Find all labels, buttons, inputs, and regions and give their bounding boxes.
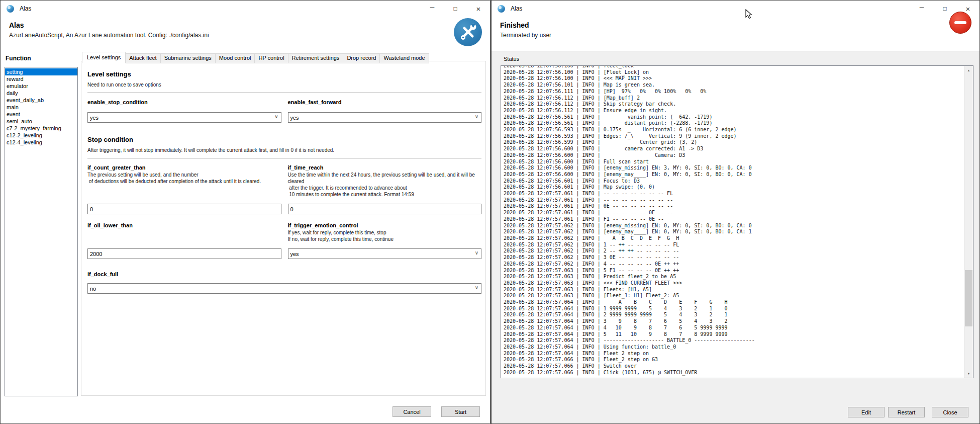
chevron-down-icon: ∨ [274,114,278,119]
titlebar[interactable]: Alas ─ □ × [1,1,490,17]
select-value: yes [290,115,299,121]
sidebar-item-c12-4_leveling[interactable]: c12-4_leveling [5,139,77,146]
alas-app-icon [7,5,14,13]
tab-wasteland-mode[interactable]: Wasteland mode [380,53,429,63]
sidebar-item-event[interactable]: event [5,111,77,118]
minimize-icon: ─ [430,4,435,11]
tab-retirement-settings[interactable]: Retirement settings [288,53,344,63]
scrollbar-thumb[interactable] [965,270,972,326]
close-icon: × [966,5,970,13]
log-line: 2020-05-28 12:07:57.064 | INFO | A B C D… [504,299,973,306]
enable-fast-forward-select[interactable]: yes ∨ [288,112,482,123]
log-line: 2020-05-28 12:07:57.063 | INFO | Fleets:… [504,287,973,293]
sidebar-item-setting[interactable]: setting [5,68,77,75]
chevron-down-icon: ∨ [475,250,478,256]
log-line: 2020-05-28 12:07:56.599 | INFO | Center … [504,139,973,146]
section-desc-level-settings: Need to run once to save options [87,82,481,88]
log-line: 2020-05-28 12:07:56.561 | INFO | vanish_… [504,114,973,121]
field-help: 10 minutes to complete the current attac… [288,191,482,198]
log-line: 2020-05-28 12:07:57.064 | INFO | 1 9999 … [504,306,973,312]
log-line: 2020-05-28 12:07:56.100 | INFO | <<< MAP… [504,75,973,82]
select-value: yes [90,115,99,121]
function-list-label: Function [6,55,31,62]
minimize-button[interactable]: ─ [910,1,933,17]
field-label-if-oil-lower-than: if_oil_lower_than [87,222,281,228]
log-line: 2020-05-28 12:07:57.061 | INFO | -- -- -… [504,210,973,216]
if-count-greater-than-input[interactable] [87,204,281,214]
log-line: 2020-05-28 12:07:57.063 | INFO | [Fleet_… [504,293,973,299]
close-icon: × [476,5,481,13]
if-time-reach-input[interactable] [288,204,482,214]
log-line: 2020-05-28 12:07:56.600 | INFO | [enemy_… [504,165,973,172]
field-help: If yes, wait for reply, complete this ti… [288,229,482,236]
log-output[interactable]: 2020-05-28 12:07:56.100 | INFO | fleet_l… [501,65,973,378]
minimize-button[interactable]: ─ [421,1,444,17]
field-help: If no, wait for reply, complete this tim… [288,236,482,242]
close-log-button[interactable]: Close [932,407,968,417]
log-line: 2020-05-28 12:07:57.064 | INFO | Fleet 2… [504,351,973,357]
tab-level-settings[interactable]: Level settings [82,52,126,63]
maximize-icon: □ [453,5,457,12]
maximize-button[interactable]: □ [444,1,467,17]
sidebar-item-reward[interactable]: reward [5,75,77,82]
log-line: 2020-05-28 12:07:57.064 | INFO | -------… [504,337,973,344]
scroll-up-icon[interactable]: ▲ [964,66,973,74]
if-dock-full-select[interactable]: no ∨ [87,283,481,294]
log-line: 2020-05-28 12:07:57.062 | INFO | [enemy_… [504,223,973,229]
section-heading-level-settings: Level settings [87,70,481,78]
log-line: 2020-05-28 12:07:56.100 | INFO | [Fleet_… [504,69,973,76]
titlebar[interactable]: Alas ─ □ × [492,1,979,17]
log-line: 2020-05-28 12:07:57.064 | INFO | Using f… [504,344,973,351]
tab-attack-fleet[interactable]: Attack fleet [126,53,160,63]
field-help: Use the time within the next 24 hours, t… [288,172,482,185]
log-scrollbar[interactable]: ▲ ▼ [964,66,973,378]
window-title: Alas [511,5,522,12]
tab-submarine-settings[interactable]: Submarine settings [161,53,216,63]
settings-tabstrip: Level settingsAttack fleetSubmarine sett… [82,52,429,63]
page-subtitle: AzurLaneAutoScript, An Azur Lane automat… [9,32,209,39]
sidebar-item-c12-2_leveling[interactable]: c12-2_leveling [5,132,77,139]
cancel-button[interactable]: Cancel [393,406,431,417]
log-line: 2020-05-28 12:07:57.063 | INFO | Predict… [504,274,973,280]
log-line: 2020-05-28 12:07:57.061 | INFO | 0E -- -… [504,203,973,210]
if-trigger-emotion-control-select[interactable]: yes ∨ [288,248,482,259]
close-button[interactable]: × [467,1,490,17]
tab-hp-control[interactable]: HP control [255,53,288,63]
log-line: 2020-05-28 12:07:56.601 | INFO | Map swi… [504,184,973,191]
log-line: 2020-05-28 12:07:56.112 | INFO | Skip st… [504,101,973,108]
log-line: 2020-05-28 12:07:57.064 | INFO | 2 9999 … [504,312,973,318]
mouse-cursor [745,9,752,22]
enable-stop-condition-select[interactable]: yes ∨ [87,112,281,123]
sidebar-item-daily[interactable]: daily [5,90,77,97]
if-oil-lower-than-input[interactable] [87,248,281,259]
run-status-subtitle: Terminated by user [500,32,551,39]
sidebar-item-emulator[interactable]: emulator [5,82,77,90]
section-desc-stop-condition: After triggering, it will not stop immed… [87,147,481,153]
maximize-icon: □ [943,5,946,12]
log-line: 2020-05-28 12:07:57.064 | INFO | 3 9 8 7… [504,318,973,325]
function-listbox[interactable]: settingrewardemulatordailyevent_daily_ab… [5,67,78,396]
log-line: 2020-05-28 12:07:57.062 | INFO | A B C D… [504,235,973,242]
select-value: yes [290,251,299,257]
log-line: 2020-05-28 12:07:56.561 | INFO | distant… [504,120,973,127]
log-line: 2020-05-28 12:07:57.061 | INFO | -- -- -… [504,197,973,204]
level-settings-panel: Level settings Need to run once to save … [81,61,486,396]
edit-button[interactable]: Edit [848,407,885,417]
tab-drop-record[interactable]: Drop record [343,53,380,63]
field-help: after the trigger. It is recommended to … [288,185,482,191]
sidebar-item-semi_auto[interactable]: semi_auto [5,118,77,125]
log-line: 2020-05-28 12:07:56.111 | INFO | [HP] 97… [504,89,973,95]
field-label-if-trigger-emotion-control: if_trigger_emotion_control [288,222,482,228]
log-line: 2020-05-28 12:07:56.100 | INFO | fleet_l… [504,65,973,69]
log-line: 2020-05-28 12:07:57.066 | INFO | Switch … [504,363,973,370]
field-label-if-count-greater-than: if_count_greater_than [87,164,281,171]
sidebar-item-event_daily_ab[interactable]: event_daily_ab [5,97,77,104]
restart-button[interactable]: Restart [888,407,925,417]
log-line: 2020-05-28 12:07:57.063 | INFO | <<< FIN… [504,280,973,287]
tab-mood-control[interactable]: Mood control [216,53,255,63]
scroll-down-icon[interactable]: ▼ [964,369,973,378]
log-line: 2020-05-28 12:07:57.062 | INFO | 3 0E --… [504,255,973,261]
sidebar-item-c7-2_mystery_farming[interactable]: c7-2_mystery_farming [5,125,77,132]
sidebar-item-main[interactable]: main [5,104,77,111]
start-button[interactable]: Start [441,406,480,417]
